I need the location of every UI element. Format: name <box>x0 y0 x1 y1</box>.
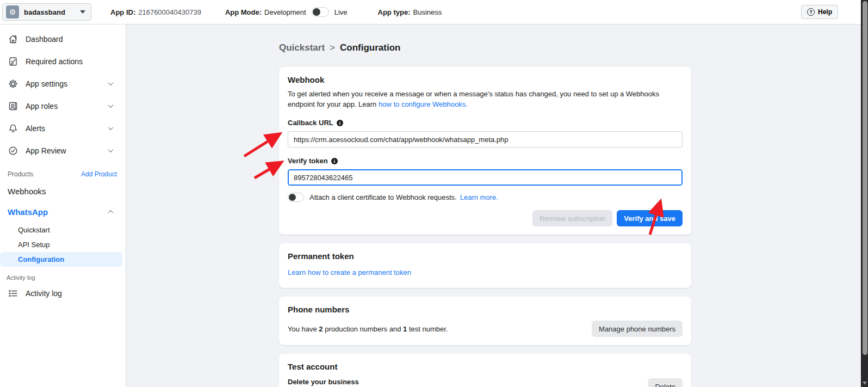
app-type-label: App type: <box>378 8 411 16</box>
webhook-buttons-row: Remove subscription Verify and save <box>288 210 683 226</box>
chevron-down-icon <box>108 80 114 85</box>
phone-numbers-text-suffix: test number. <box>407 325 448 333</box>
whatsapp-label: WhatsApp <box>8 207 109 217</box>
verify-token-label: Verify token <box>288 157 328 165</box>
sidebar-item-whatsapp[interactable]: WhatsApp <box>0 201 126 223</box>
sidebar-item-label: App settings <box>26 79 109 88</box>
phone-numbers-text: You have 2 production numbers and 1 test… <box>288 325 448 333</box>
products-section-label: Products <box>8 170 33 178</box>
sidebar-item-label: App roles <box>26 102 109 110</box>
app-mode-toggle[interactable] <box>312 7 329 17</box>
webhook-card: Webhook To get alerted when you receive … <box>279 67 691 235</box>
manage-phone-numbers-button[interactable]: Manage phone numbers <box>592 321 683 337</box>
vertical-scrollbar[interactable] <box>861 0 868 387</box>
callback-url-label-row: Callback URL i <box>288 119 683 127</box>
info-icon[interactable]: i <box>337 120 343 126</box>
production-count: 2 <box>319 325 323 333</box>
webhook-card-title: Webhook <box>288 75 683 84</box>
app-name: badassband <box>24 8 75 16</box>
sidebar-item-label: Activity log <box>26 289 126 298</box>
configure-webhooks-link[interactable]: how to configure Webhooks. <box>379 100 468 108</box>
info-icon[interactable]: i <box>331 158 338 164</box>
phone-numbers-title: Phone numbers <box>288 305 683 314</box>
sidebar-subitem-quickstart[interactable]: Quickstart <box>0 223 122 237</box>
help-button[interactable]: ? Help <box>801 5 838 19</box>
top-bar: ⚙ badassband App ID: 2167600040430739 Ap… <box>0 0 861 24</box>
verify-and-save-button[interactable]: Verify and save <box>617 210 683 226</box>
app-mode-label: App Mode: <box>225 8 262 16</box>
permanent-token-link[interactable]: Learn how to create a permanent token <box>288 268 411 280</box>
permanent-token-title: Permanent token <box>288 251 683 261</box>
test-account-card: Test account Delete your business This w… <box>279 354 691 387</box>
chevron-up-icon <box>108 210 114 215</box>
phone-numbers-text-middle: production numbers and <box>323 325 403 333</box>
client-certificate-text: Attach a client certificate to Webhook r… <box>309 193 457 201</box>
chevron-down-icon <box>108 125 114 130</box>
list-icon <box>8 288 18 299</box>
main-content: Quickstart > Configuration Webhook To ge… <box>127 24 861 387</box>
breadcrumb-quickstart[interactable]: Quickstart <box>279 42 325 53</box>
bell-icon <box>8 123 18 134</box>
sidebar-item-label: Dashboard <box>26 35 126 44</box>
test-account-title: Test account <box>288 362 683 371</box>
delete-button[interactable]: Delete <box>648 378 683 387</box>
client-certificate-toggle[interactable] <box>288 193 304 202</box>
client-certificate-row: Attach a client certificate to Webhook r… <box>288 193 683 202</box>
scroll-down-arrow-icon[interactable] <box>863 382 867 385</box>
live-label: Live <box>334 8 348 16</box>
delete-business-block: Delete your business This will unlink yo… <box>288 378 628 387</box>
sidebar-subitem-api-setup[interactable]: API Setup <box>0 237 122 252</box>
app-logo-icon: ⚙ <box>6 5 19 19</box>
circle-check-icon <box>8 145 18 156</box>
help-label: Help <box>818 8 832 16</box>
sidebar-item-app-roles[interactable]: App roles <box>0 95 126 117</box>
sidebar: Dashboard Required actions App settings … <box>0 24 126 387</box>
verify-token-input[interactable] <box>288 169 683 186</box>
phone-numbers-text-prefix: You have <box>288 325 319 333</box>
scrollbar-thumb[interactable] <box>863 1 867 355</box>
app-type-group: App type: Business <box>378 8 442 16</box>
webhook-description-text: To get alerted when you receive a messag… <box>288 90 659 108</box>
id-badge-icon <box>8 101 18 112</box>
chevron-down-icon <box>108 102 114 108</box>
sidebar-item-alerts[interactable]: Alerts <box>0 117 126 139</box>
app-selector-dropdown[interactable]: ⚙ badassband <box>2 3 91 21</box>
breadcrumb-configuration: Configuration <box>340 42 400 53</box>
breadcrumb-separator: > <box>330 42 335 53</box>
sidebar-item-activity-log[interactable]: Activity log <box>0 282 126 304</box>
home-icon <box>8 34 18 45</box>
breadcrumb: Quickstart > Configuration <box>279 42 691 53</box>
sidebar-item-dashboard[interactable]: Dashboard <box>0 28 126 50</box>
products-header-row: Products Add Product <box>0 162 126 181</box>
toggle-knob <box>289 194 296 201</box>
app-id-value: 2167600040430739 <box>138 8 201 16</box>
permanent-token-card: Permanent token Learn how to create a pe… <box>279 243 691 288</box>
callback-url-input[interactable] <box>288 131 683 148</box>
app-mode-group: App Mode: Development Live <box>225 7 348 17</box>
app-type-value: Business <box>413 8 442 16</box>
checklist-icon <box>8 56 18 67</box>
webhook-description: To get alerted when you receive a messag… <box>288 89 683 109</box>
learn-more-link[interactable]: Learn more. <box>460 193 498 201</box>
sidebar-item-app-review[interactable]: App Review <box>0 139 126 162</box>
delete-business-subtitle: Delete your business <box>288 378 628 386</box>
verify-token-label-row: Verify token i <box>288 157 683 165</box>
sidebar-item-webhooks[interactable]: Webhooks <box>0 181 126 201</box>
app-id-label: App ID: <box>110 8 135 16</box>
add-product-link[interactable]: Add Product <box>81 170 117 178</box>
app-id-group: App ID: 2167600040430739 <box>110 8 201 16</box>
chevron-down-icon <box>108 147 114 152</box>
sidebar-item-app-settings[interactable]: App settings <box>0 72 126 95</box>
callback-url-label: Callback URL <box>288 119 333 127</box>
phone-numbers-card: Phone numbers You have 2 production numb… <box>279 297 691 345</box>
sidebar-item-label: Required actions <box>26 57 126 66</box>
sidebar-item-required-actions[interactable]: Required actions <box>0 50 126 72</box>
sidebar-item-label: App Review <box>26 146 109 155</box>
activity-log-section-label: Activity log <box>0 267 126 282</box>
sidebar-subitem-configuration[interactable]: Configuration <box>0 252 122 267</box>
remove-subscription-button[interactable]: Remove subscription <box>532 210 612 226</box>
gear-icon <box>8 78 18 89</box>
sidebar-item-label: Alerts <box>26 124 109 133</box>
question-mark-icon: ? <box>807 8 815 16</box>
toggle-knob <box>313 8 320 16</box>
